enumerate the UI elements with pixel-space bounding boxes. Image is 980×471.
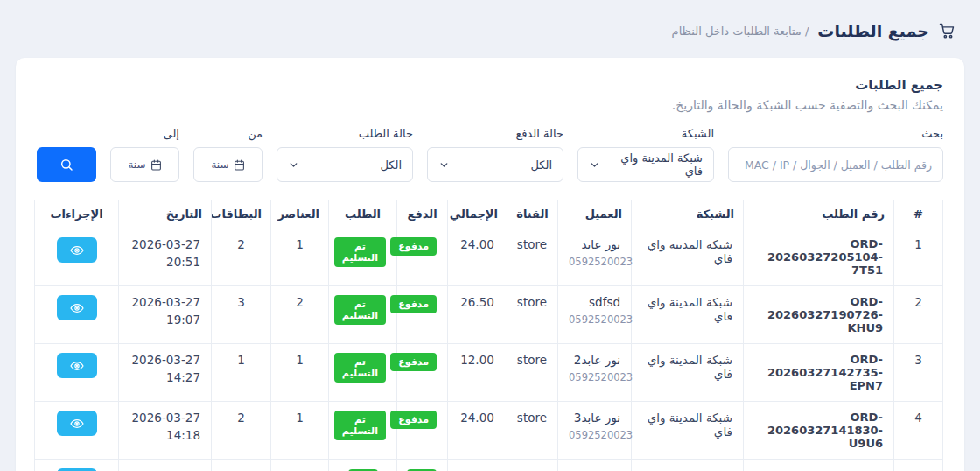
col-header-customer: العميل — [558, 200, 632, 228]
customer-name: sdfsd — [569, 295, 620, 309]
order-items-count: 1 — [271, 344, 329, 402]
table-row: 2 ORD-20260327190726-KHU9 شبكة المدينة و… — [35, 286, 943, 344]
col-header-cards: البطاقات — [212, 200, 271, 228]
search-input[interactable] — [728, 147, 943, 182]
order-time: 19:07 — [130, 313, 200, 327]
table-row — [35, 460, 943, 471]
order-cards-count: 3 — [212, 286, 271, 344]
payment-status-badge: مدفوع — [390, 295, 437, 313]
network-select-value: شبكة المدينة واي فاي — [606, 151, 703, 178]
col-header-actions: الإجراءات — [35, 200, 119, 228]
payment-status-badge: مدفوع — [390, 411, 437, 429]
col-header-num: # — [894, 200, 943, 228]
filter-date-to: إلى سنة — [110, 127, 179, 182]
col-header-payment: الدفع — [397, 200, 448, 228]
customer-phone: 0592520023 — [569, 371, 620, 383]
card-subtitle: يمكنك البحث والتصفية حسب الشبكة والحالة … — [37, 98, 943, 112]
search-icon — [60, 158, 74, 172]
order-num: 1 — [894, 228, 943, 286]
filter-order-status: حالة الطلب الكل — [276, 127, 413, 182]
col-header-channel: القناة — [508, 200, 558, 228]
order-cards-count: 2 — [212, 228, 271, 286]
view-order-button[interactable] — [57, 411, 97, 436]
payment-status-label: حالة الدفع — [427, 127, 564, 140]
order-cards-count: 2 — [212, 402, 271, 460]
payment-status-badge: مدفوع — [390, 237, 437, 256]
order-network: شبكة المدينة واي فاي — [632, 286, 744, 344]
col-header-network: الشبكة — [632, 200, 744, 228]
view-order-button[interactable] — [57, 295, 97, 320]
order-cards-count — [212, 460, 271, 471]
payment-status-badge: مدفوع — [390, 353, 437, 371]
eye-icon — [70, 417, 84, 431]
order-date: 2026-03-27 — [130, 295, 200, 309]
filter-payment-status: حالة الدفع الكل — [427, 127, 564, 182]
filter-date-from: من سنة — [193, 127, 262, 182]
eye-icon — [70, 359, 84, 373]
payment-status-select[interactable]: الكل — [427, 147, 564, 182]
customer-name: نور عابد2 — [569, 353, 620, 367]
col-header-total: الإجمالي — [448, 200, 508, 228]
order-total: 12.00 — [448, 344, 508, 402]
view-order-button[interactable] — [57, 353, 97, 378]
card-title: جميع الطلبات — [37, 77, 943, 93]
filter-network: الشبكة شبكة المدينة واي فاي — [578, 127, 714, 182]
search-button[interactable] — [37, 147, 96, 182]
orders-table: # رقم الطلب الشبكة العميل القناة الإجمال… — [34, 200, 943, 471]
order-total: 24.00 — [448, 402, 508, 460]
order-time: 14:18 — [130, 428, 200, 442]
order-channel: store — [508, 402, 558, 460]
order-status-badge: تم التسليم — [334, 411, 386, 440]
col-header-order: رقم الطلب — [744, 200, 894, 228]
order-channel: store — [508, 228, 558, 286]
order-time: 14:27 — [130, 370, 200, 384]
payment-status-select-value: الكل — [530, 158, 552, 172]
customer-name: نور عابد — [569, 237, 620, 251]
date-from-label: من — [193, 127, 262, 140]
col-header-date: التاريخ — [119, 200, 212, 228]
eye-icon — [70, 301, 84, 315]
order-channel: store — [508, 344, 558, 402]
date-to-label: إلى — [110, 127, 179, 140]
network-label: الشبكة — [578, 127, 714, 140]
filters-bar: بحث الشبكة شبكة المدينة واي فاي حالة الد… — [37, 127, 943, 182]
order-id: ORD-20260327190726-KHU9 — [754, 295, 883, 334]
order-status-select[interactable]: الكل — [276, 147, 413, 182]
order-total: 26.50 — [448, 286, 508, 344]
order-items-count — [271, 460, 329, 471]
order-date: 2026-03-27 — [130, 237, 200, 251]
table-row: 3 ORD-20260327142735-EPN7 شبكة المدينة و… — [35, 344, 943, 402]
col-header-items: العناصر — [271, 200, 329, 228]
filter-search: بحث — [728, 127, 943, 182]
order-channel — [508, 460, 558, 471]
order-time: 20:51 — [130, 255, 200, 269]
date-to-value: سنة — [128, 158, 145, 171]
order-num: 3 — [894, 344, 943, 402]
order-total: 24.00 — [448, 228, 508, 286]
order-num: 2 — [894, 286, 943, 344]
customer-name: نور عابد3 — [569, 411, 620, 425]
view-order-button[interactable] — [57, 237, 97, 263]
network-select[interactable]: شبكة المدينة واي فاي — [578, 147, 714, 182]
order-date: 2026-03-27 — [130, 411, 200, 425]
calendar-icon[interactable] — [234, 159, 245, 171]
order-network: شبكة المدينة واي فاي — [632, 402, 744, 460]
order-status-label: حالة الطلب — [276, 127, 413, 140]
customer-phone: 0592520023 — [569, 429, 620, 441]
order-items-count: 2 — [271, 286, 329, 344]
order-status-badge: تم التسليم — [334, 237, 386, 267]
cart-icon — [938, 22, 956, 39]
order-id: ORD-20260327141830-U9U6 — [754, 411, 883, 450]
chevron-down-icon — [288, 159, 299, 171]
order-items-count: 1 — [271, 402, 329, 460]
calendar-icon[interactable] — [150, 159, 162, 171]
order-total — [448, 460, 508, 471]
table-row: 1 ORD-20260327205104-7T51 شبكة المدينة و… — [35, 228, 943, 286]
order-id: ORD-20260327205104-7T51 — [754, 237, 883, 277]
table-header-row: # رقم الطلب الشبكة العميل القناة الإجمال… — [35, 200, 943, 228]
chevron-down-icon — [589, 159, 600, 171]
date-from-input[interactable]: سنة — [193, 147, 262, 182]
date-to-input[interactable]: سنة — [110, 147, 179, 182]
order-cards-count: 1 — [212, 344, 271, 402]
customer-phone: 0592520023 — [569, 313, 620, 326]
